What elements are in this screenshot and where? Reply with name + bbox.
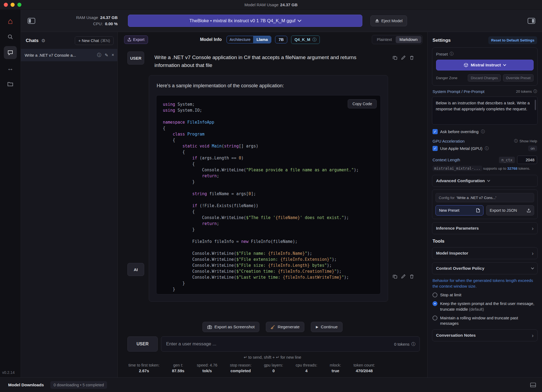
model-downloads-label[interactable]: Model Downloads (8, 383, 44, 387)
settings-title: Settings (433, 38, 488, 43)
new-preset-button[interactable]: New Preset (435, 205, 483, 216)
eject-model-button[interactable]: Eject Model (370, 15, 407, 26)
system-prompt-tokens: 20 tokens ⓘ (516, 89, 537, 94)
delete-message-icon[interactable] (409, 274, 414, 279)
info-icon[interactable]: ⓘ (534, 89, 537, 94)
info-icon[interactable]: ⓘ (485, 146, 489, 151)
chevron-down-icon (298, 18, 301, 22)
model-info-label: Model Info (200, 37, 222, 42)
edit-message-icon[interactable] (401, 274, 406, 279)
ai-avatar: AI (127, 263, 144, 276)
quantization-badge: Q4_K_M ⓘ (291, 36, 320, 44)
chevron-right-icon: › (532, 225, 534, 232)
chat-edit-icon[interactable]: ✎ (105, 53, 108, 58)
context-overflow-policy-row[interactable]: Context Overflow Policy (432, 262, 538, 274)
radio-icon[interactable] (433, 316, 437, 320)
regenerate-button[interactable]: Regenerate (266, 322, 304, 332)
conversation-notes-row[interactable]: Conversation Notes › (432, 329, 538, 341)
downloads-panel-icon[interactable] (530, 383, 536, 387)
stat-stop-reason: stop reason:completed (230, 363, 251, 373)
radio-icon[interactable] (433, 293, 437, 297)
code-block[interactable]: Copy Code using System;using System.IO; … (156, 95, 381, 294)
tools-heading: Tools (433, 239, 537, 244)
stat-mlock: mlock:true (330, 363, 341, 373)
stat-gen-time: gen t:87.59s (172, 363, 184, 373)
chat-topbar: Export Model Info Architecture Llama 7B … (118, 32, 427, 47)
info-icon[interactable]: ⓘ (481, 129, 485, 134)
danger-zone-label: Danger Zone (436, 76, 466, 80)
code-line: string fileName = args[0]; (163, 191, 374, 197)
code-line: Console.WriteLine($"File name: {fileInfo… (163, 250, 374, 256)
code-line: { (163, 125, 374, 131)
chevron-down-icon (503, 63, 506, 66)
composer-role-chip[interactable]: USER (127, 336, 158, 352)
toggle-left-panel-icon[interactable] (27, 17, 36, 24)
cube-icon (464, 63, 468, 67)
advanced-configuration-header[interactable]: Advanced Configuration (432, 175, 538, 187)
show-help-link[interactable]: ⓘ Show Help (514, 139, 537, 143)
copy-message-icon[interactable] (393, 55, 397, 69)
radio-icon[interactable] (433, 301, 437, 306)
code-line: { (163, 149, 374, 155)
local-server-icon[interactable]: ↔ (4, 62, 17, 75)
chat-info-icon[interactable]: ⓘ (97, 52, 101, 58)
preset-dropdown[interactable]: Mistral Instruct (436, 60, 534, 70)
config-for-field[interactable]: Config for 'Write a .NET v7 Cons...' (435, 193, 534, 202)
chat-icon[interactable] (4, 46, 17, 59)
code-line: } (163, 227, 374, 233)
toggle-right-panel-icon[interactable] (527, 17, 535, 24)
plaintext-toggle[interactable]: Plaintext (373, 36, 396, 43)
ask-before-overriding-checkbox[interactable] (433, 129, 438, 134)
code-line: return; (163, 221, 374, 227)
code-line: if (args.Length == 0) (163, 155, 374, 161)
format-toggle: Plaintext Markdown (372, 35, 422, 44)
code-line: Console.WriteLine("Please provide a file… (163, 167, 374, 173)
scrollbar-thumb[interactable] (535, 100, 536, 110)
nctx-tag: n_ctx (499, 157, 515, 163)
chats-settings-gear-icon[interactable]: ⚙ (41, 38, 45, 44)
copy-code-button[interactable]: Copy Code (348, 99, 377, 108)
continue-button[interactable]: ▶ Continue (311, 322, 342, 332)
code-line: } (163, 179, 374, 185)
system-prompt-textarea[interactable]: Below is an instruction that describes a… (432, 97, 538, 125)
export-screenshot-button[interactable]: Export as Screenshot (202, 322, 259, 332)
eject-icon (375, 19, 379, 23)
overflow-option-truncate-middle[interactable]: Keep the system prompt and the first use… (433, 301, 537, 312)
code-line: Console.WriteLine($"File size: {fileInfo… (163, 262, 374, 268)
chat-close-icon[interactable]: × (112, 53, 114, 57)
delete-message-icon[interactable] (409, 55, 414, 69)
markdown-toggle[interactable]: Markdown (396, 36, 421, 43)
home-icon[interactable]: ⌂ (4, 15, 17, 28)
my-models-folder-icon[interactable] (4, 78, 17, 91)
message-actions: Export as Screenshot Regenerate ▶ Contin… (118, 317, 427, 334)
overflow-policy-description: Behavior for when the generated tokens l… (433, 278, 537, 289)
code-line: using System; (163, 101, 374, 107)
edit-message-icon[interactable] (401, 55, 406, 69)
context-length-input[interactable] (517, 156, 537, 164)
discard-changes-button[interactable]: Discard Changes (468, 74, 501, 82)
reset-settings-button[interactable]: Reset to Default Settings (488, 36, 537, 44)
send-hint: ↵ to send, shift + ↵ for new line (118, 352, 427, 361)
model-selector-dropdown[interactable]: TheBloke • mixtral 8x instruct v0 1 7B Q… (128, 15, 362, 27)
help-icon: ⓘ (514, 139, 518, 143)
nav-rail: ⌂ ↔ v0.2.14 (0, 10, 21, 377)
info-icon[interactable]: ⓘ (411, 342, 415, 347)
model-inspector-row[interactable]: Model Inspector › (432, 247, 538, 259)
info-icon[interactable]: ⓘ (312, 37, 317, 42)
new-chat-button[interactable]: + New Chat(⌘N) (75, 36, 114, 45)
overflow-option-stop[interactable]: Stop at limit (433, 292, 537, 298)
chat-list-item[interactable]: Write a .NET v7 Console a... ⓘ ✎ × (21, 49, 117, 61)
override-preset-button[interactable]: Override Preset (503, 74, 534, 82)
stat-token-count: token count:470/2048 (354, 363, 375, 373)
copy-message-icon[interactable] (393, 274, 397, 279)
chat-messages[interactable]: USER Write a .NET v7 Console application… (118, 47, 427, 317)
use-apple-metal-checkbox[interactable] (433, 146, 438, 151)
overflow-option-rolling-window[interactable]: Maintain a rolling window and truncate p… (433, 315, 537, 326)
info-icon[interactable]: ⓘ (450, 52, 453, 56)
export-to-json-button[interactable]: Export to JSON (486, 205, 534, 216)
bottom-status-bar: Model Downloads 0 downloading • 5 comple… (0, 377, 542, 392)
inference-parameters-row[interactable]: Inference Parameters › (432, 222, 538, 234)
export-chat-button[interactable]: Export (124, 36, 148, 44)
message-input[interactable] (161, 336, 420, 352)
search-icon[interactable] (4, 30, 17, 43)
